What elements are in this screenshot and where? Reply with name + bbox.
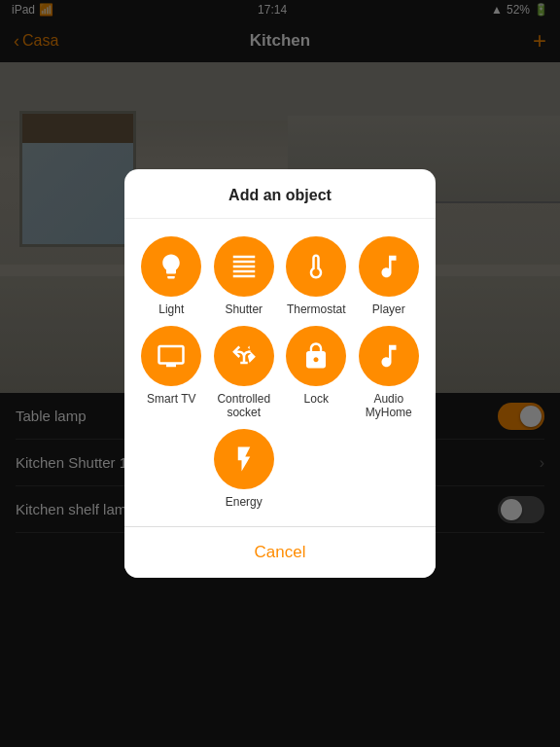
modal-overlay: Add an object Light Shutter: [0, 0, 560, 747]
controlled-socket-option[interactable]: Controlled socket: [213, 326, 276, 419]
energy-icon-circle: [214, 429, 274, 489]
energy-label: Energy: [226, 495, 262, 509]
audio-myhome-label: Audio MyHome: [358, 392, 421, 419]
shutter-label: Shutter: [225, 302, 262, 316]
player-icon: [374, 252, 403, 281]
modal-grid-row3: Energy: [124, 429, 436, 526]
audio-myhome-option[interactable]: Audio MyHome: [358, 326, 421, 419]
audio-myhome-icon: [374, 341, 403, 371]
player-option[interactable]: Player: [358, 236, 421, 316]
controlled-socket-label: Controlled socket: [213, 392, 276, 419]
thermostat-label: Thermostat: [287, 302, 346, 316]
lock-icon-circle: [286, 326, 346, 386]
smart-tv-label: Smart TV: [147, 392, 195, 406]
lock-label: Lock: [304, 392, 329, 406]
cancel-button[interactable]: Cancel: [124, 526, 436, 578]
lock-option[interactable]: Lock: [285, 326, 348, 419]
controlled-socket-icon: [229, 341, 259, 371]
lock-icon: [301, 341, 331, 371]
energy-option[interactable]: Energy: [213, 429, 276, 509]
shutter-icon-circle: [214, 236, 274, 297]
modal-grid-row1: Light Shutter Thermostat: [124, 219, 436, 326]
controlled-socket-icon-circle: [214, 326, 274, 386]
modal-grid-row2: Smart TV Controlled socket Lock: [124, 326, 436, 429]
shutter-option[interactable]: Shutter: [213, 236, 276, 316]
shutter-icon: [229, 252, 259, 281]
smart-tv-icon: [157, 341, 186, 371]
add-object-modal: Add an object Light Shutter: [124, 169, 436, 578]
smart-tv-icon-circle: [141, 326, 201, 386]
energy-icon: [229, 445, 259, 474]
player-label: Player: [372, 302, 405, 316]
modal-title: Add an object: [124, 169, 436, 219]
smart-tv-option[interactable]: Smart TV: [140, 326, 203, 419]
thermostat-icon-circle: [286, 236, 346, 297]
light-icon-circle: [141, 236, 201, 297]
player-icon-circle: [359, 236, 419, 297]
light-label: Light: [158, 302, 184, 316]
thermostat-icon: [301, 252, 331, 281]
thermostat-option[interactable]: Thermostat: [285, 236, 348, 316]
light-icon: [157, 252, 186, 281]
light-option[interactable]: Light: [140, 236, 203, 316]
audio-myhome-icon-circle: [359, 326, 419, 386]
